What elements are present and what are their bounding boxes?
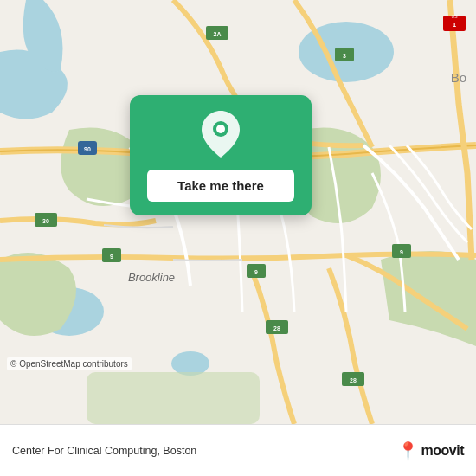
svg-text:Brookline: Brookline (128, 271, 175, 284)
take-me-there-button[interactable]: Take me there (147, 170, 294, 202)
copyright-text: © OpenStreetMap contributors (7, 357, 132, 370)
svg-text:1: 1 (453, 21, 457, 29)
bottom-bar: Center For Clinical Computing, Boston 📍 … (0, 424, 476, 476)
moovit-logo: 📍 moovit (397, 441, 464, 461)
map-container: 90 2A 30 3 US 1 9 9 9 28 28 Brookline Bo… (0, 0, 476, 424)
svg-text:30: 30 (42, 218, 49, 224)
svg-rect-4 (87, 372, 260, 424)
svg-point-3 (171, 351, 209, 376)
svg-point-29 (216, 125, 225, 133)
svg-text:Bo: Bo (451, 70, 466, 85)
svg-text:3: 3 (343, 53, 346, 59)
svg-text:9: 9 (254, 269, 258, 275)
svg-text:9: 9 (110, 254, 113, 260)
svg-text:US: US (452, 14, 459, 19)
svg-text:28: 28 (350, 377, 357, 383)
moovit-pin-icon: 📍 (397, 441, 419, 461)
svg-text:90: 90 (84, 146, 91, 152)
pin-icon-wrapper (197, 111, 244, 158)
moovit-brand-label: moovit (421, 443, 464, 459)
location-card: Take me there (130, 95, 312, 215)
location-label: Center For Clinical Computing, Boston (12, 445, 196, 457)
map-pin-icon (202, 111, 240, 158)
svg-text:28: 28 (273, 325, 280, 331)
svg-text:9: 9 (400, 249, 403, 255)
svg-text:2A: 2A (214, 31, 222, 37)
